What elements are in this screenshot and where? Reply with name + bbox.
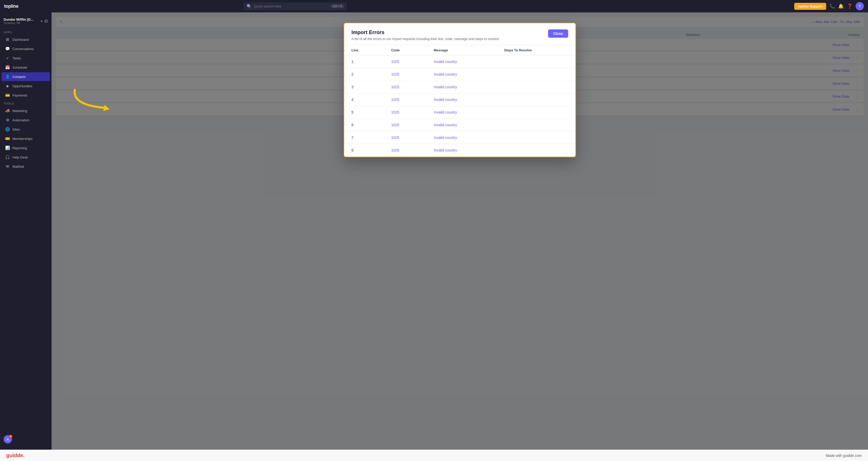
- table-row: 3 1025 Invalid country: [344, 81, 576, 93]
- sidebar-item-label: Scheduler: [12, 66, 28, 69]
- sidebar-item-label: Help Desk: [12, 155, 28, 159]
- layout-icon: ⊟: [44, 19, 48, 24]
- cell-message: Invalid country: [427, 106, 497, 119]
- table-row: 7 1025 Invalid country: [344, 131, 576, 144]
- phone-icon[interactable]: 📞: [829, 3, 835, 9]
- sidebar-item-automation[interactable]: ⚙ Automation: [2, 116, 50, 124]
- search-bar[interactable]: 🔍 Ctrl + K: [244, 2, 347, 10]
- sidebar: Dunder Mifflin [D... Scranton, PA ▾ ⊟ Ap…: [0, 12, 52, 450]
- search-icon: 🔍: [247, 4, 252, 9]
- sidebar-item-dashboard[interactable]: ⊞ Dashboard: [2, 35, 50, 44]
- modal-title-section: Import Errors A list of all the errors i…: [351, 29, 500, 41]
- scheduler-icon: 📅: [5, 65, 10, 70]
- cell-code: 1025: [384, 56, 427, 68]
- support-button[interactable]: topline Support: [794, 3, 826, 10]
- cell-code: 1025: [384, 81, 427, 93]
- sidebar-item-memberships[interactable]: 🎫 Memberships: [2, 134, 50, 143]
- cell-steps: [497, 81, 576, 93]
- cell-code: 1025: [384, 93, 427, 106]
- sidebar-item-contacts[interactable]: 👤 Contacts: [2, 72, 50, 81]
- table-row: 4 1025 Invalid country: [344, 93, 576, 106]
- col-message: Message: [427, 45, 497, 56]
- main-layout: Dunder Mifflin [D... Scranton, PA ▾ ⊟ Ap…: [0, 12, 868, 450]
- cell-message: Invalid country: [427, 81, 497, 93]
- modal-header: Import Errors A list of all the errors i…: [344, 23, 576, 45]
- cell-code: 1025: [384, 119, 427, 131]
- modal-overlay: Import Errors A list of all the errors i…: [52, 12, 868, 450]
- cell-steps: [497, 144, 576, 157]
- cell-code: 1025: [384, 144, 427, 157]
- cell-steps: [497, 119, 576, 131]
- cell-message: Invalid country: [427, 144, 497, 157]
- topbar: topline 🔍 Ctrl + K topline Support 📞 🔔 ❓…: [0, 0, 868, 12]
- sidebar-item-label: Mailfold: [12, 165, 24, 168]
- sidebar-item-helpdesk[interactable]: 🎧 Help Desk: [2, 153, 50, 161]
- sidebar-item-mailfold[interactable]: ✉ Mailfold: [2, 162, 50, 171]
- col-code: Code: [384, 45, 427, 56]
- table-row: 5 1025 Invalid country: [344, 106, 576, 119]
- bottom-bar: guidde. Made with guidde.com: [0, 450, 868, 461]
- sidebar-item-tasks[interactable]: ✓ Tasks: [2, 54, 50, 62]
- table-header-row: Line Code Message Steps To Resolve: [344, 45, 576, 56]
- sidebar-item-label: Dashboard: [12, 38, 29, 41]
- sidebar-item-reporting[interactable]: 📊 Reporting: [2, 144, 50, 152]
- reporting-icon: 📊: [5, 146, 10, 150]
- helpdesk-icon: 🎧: [5, 155, 10, 159]
- cell-line: 4: [344, 93, 384, 106]
- cell-line: 8: [344, 144, 384, 157]
- sidebar-item-label: Conversations: [12, 47, 34, 51]
- search-shortcut: Ctrl + K: [331, 4, 344, 8]
- guidde-logo: guidde.: [6, 453, 25, 458]
- search-input[interactable]: [254, 4, 329, 8]
- payments-icon: 💳: [5, 93, 10, 98]
- dashboard-icon: ⊞: [5, 37, 10, 42]
- mailfold-icon: ✉: [5, 164, 10, 169]
- sidebar-item-label: Automation: [12, 118, 29, 122]
- modal-close-button[interactable]: Close: [548, 29, 568, 38]
- table-row: 6 1025 Invalid country: [344, 119, 576, 131]
- cell-steps: [497, 93, 576, 106]
- sidebar-item-label: Opportunities: [12, 84, 32, 88]
- bell-icon[interactable]: 🔔: [838, 3, 844, 9]
- cell-steps: [497, 68, 576, 81]
- user-avatar: A 4: [4, 435, 12, 443]
- content-area: S... ✓ Mon, Mar 11th - Fri, May 10th Sta…: [52, 12, 868, 450]
- topbar-right: topline Support 📞 🔔 ❓ T: [794, 2, 864, 10]
- cell-line: 7: [344, 131, 384, 144]
- automation-icon: ⚙: [5, 118, 10, 122]
- sidebar-item-label: Payments: [12, 93, 27, 97]
- sidebar-item-opportunities[interactable]: ◈ Opportunities: [2, 82, 50, 90]
- sidebar-item-label: Tasks: [12, 56, 21, 60]
- sidebar-item-conversations[interactable]: 💬 Conversations: [2, 44, 50, 53]
- sidebar-item-scheduler[interactable]: 📅 Scheduler: [2, 63, 50, 72]
- cell-line: 5: [344, 106, 384, 119]
- sidebar-bottom-avatar[interactable]: A 4: [0, 432, 51, 447]
- cell-steps: [497, 106, 576, 119]
- sidebar-item-label: Memberships: [12, 137, 32, 141]
- cell-line: 1: [344, 56, 384, 68]
- sidebar-item-payments[interactable]: 💳 Payments: [2, 91, 50, 100]
- opportunities-icon: ◈: [5, 84, 10, 88]
- avatar[interactable]: T: [856, 2, 864, 10]
- sidebar-item-label: Marketing: [12, 109, 27, 113]
- marketing-icon: 📣: [5, 109, 10, 113]
- chevron-down-icon: ▾: [41, 19, 42, 23]
- table-row: 1 1025 Invalid country: [344, 56, 576, 68]
- error-table: Line Code Message Steps To Resolve 1 102…: [344, 45, 576, 157]
- help-icon[interactable]: ❓: [847, 3, 852, 9]
- tools-section-label: Tools: [0, 100, 51, 106]
- cell-line: 2: [344, 68, 384, 81]
- sidebar-item-label: Reporting: [12, 146, 27, 150]
- cell-code: 1025: [384, 131, 427, 144]
- sidebar-account[interactable]: Dunder Mifflin [D... Scranton, PA ▾ ⊟: [0, 16, 51, 27]
- memberships-icon: 🎫: [5, 136, 10, 141]
- sidebar-item-sites[interactable]: 🌐 Sites: [2, 125, 50, 134]
- conversations-icon: 💬: [5, 47, 10, 51]
- col-line: Line: [344, 45, 384, 56]
- cell-line: 3: [344, 81, 384, 93]
- sidebar-item-marketing[interactable]: 📣 Marketing: [2, 106, 50, 115]
- import-errors-modal: Import Errors A list of all the errors i…: [344, 23, 576, 157]
- cell-message: Invalid country: [427, 131, 497, 144]
- sidebar-item-label: Contacts: [12, 75, 26, 79]
- col-steps: Steps To Resolve: [497, 45, 576, 56]
